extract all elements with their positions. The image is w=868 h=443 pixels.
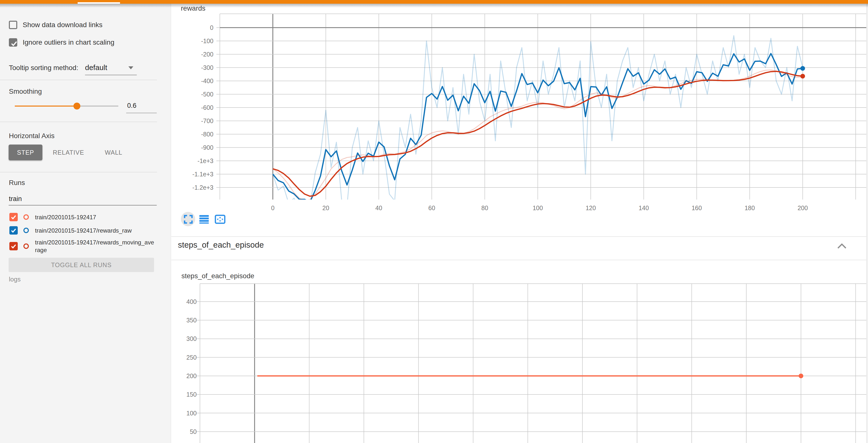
run-color-radio[interactable] <box>23 243 29 249</box>
svg-text:350: 350 <box>186 317 197 324</box>
run-label: train/20201015-192417 <box>35 213 155 221</box>
svg-text:-400: -400 <box>201 78 213 84</box>
svg-text:-500: -500 <box>201 91 213 98</box>
horizontal-axis-label: Horizontal Axis <box>9 132 55 140</box>
divider <box>0 172 157 172</box>
divider <box>0 122 157 122</box>
logs-footer-label: logs <box>9 275 21 283</box>
svg-text:160: 160 <box>691 205 702 211</box>
settings-sidebar: Show data download linksIgnore outliers … <box>0 4 171 443</box>
svg-text:300: 300 <box>186 335 197 342</box>
run-checkbox[interactable] <box>9 213 18 221</box>
run-row: train/20201015-192417/rewards_moving_ave… <box>9 238 155 254</box>
svg-text:-800: -800 <box>201 131 213 138</box>
checkbox[interactable] <box>9 38 17 47</box>
steps_of_each_episode-plot: 40035030025020015010050 <box>186 284 868 443</box>
checkbox[interactable] <box>9 21 17 29</box>
svg-text:140: 140 <box>639 205 649 211</box>
run-label: train/20201015-192417/rewards_moving_ave… <box>35 238 155 254</box>
run-label: train/20201015-192417/rewards_raw <box>35 227 155 234</box>
input-underline <box>126 113 157 113</box>
svg-text:-300: -300 <box>201 64 213 71</box>
svg-text:0: 0 <box>271 205 275 211</box>
option-label: Ignore outliers in chart scaling <box>23 38 114 47</box>
svg-text:400: 400 <box>186 298 197 305</box>
run-checkbox[interactable] <box>9 226 18 235</box>
svg-text:40: 40 <box>375 205 382 211</box>
toggle-all-runs-button[interactable]: TOGGLE ALL RUNS <box>9 258 154 272</box>
horizontal-axis-selector: STEPRELATIVEWALL <box>9 145 132 160</box>
dropdown-underline <box>85 75 137 75</box>
svg-text:0: 0 <box>210 24 213 31</box>
vertical-scrollbar[interactable] <box>866 4 868 443</box>
option-row: Ignore outliers in chart scaling <box>9 38 114 47</box>
input-underline <box>9 205 157 205</box>
app-header-bar <box>0 0 868 4</box>
active-tab-indicator <box>78 2 120 4</box>
run-color-radio[interactable] <box>23 228 29 233</box>
svg-text:100: 100 <box>186 410 197 417</box>
svg-text:80: 80 <box>481 205 488 211</box>
svg-text:120: 120 <box>586 205 596 211</box>
option-row: Show data download links <box>9 21 102 29</box>
chevron-down-icon <box>128 66 133 69</box>
haxis-option-wall[interactable]: WALL <box>94 145 132 160</box>
run-color-radio[interactable] <box>23 214 29 220</box>
svg-text:50: 50 <box>190 428 197 435</box>
svg-text:60: 60 <box>428 205 435 211</box>
svg-text:-900: -900 <box>201 144 213 151</box>
slider-fill <box>15 106 77 107</box>
slider-handle[interactable] <box>73 102 80 110</box>
svg-text:20: 20 <box>322 205 329 211</box>
run-filter-input[interactable]: train <box>9 194 157 205</box>
svg-text:150: 150 <box>186 391 197 398</box>
haxis-option-step[interactable]: STEP <box>9 145 42 160</box>
option-label: Show data download links <box>23 21 102 29</box>
divider <box>0 80 157 80</box>
svg-text:250: 250 <box>186 354 197 361</box>
run-row: train/20201015-192417 <box>9 211 155 223</box>
smoothing-value: 0.6 <box>126 102 157 110</box>
tooltip-sorting-label: Tooltip sorting method: <box>9 64 79 72</box>
smoothing-value-input[interactable]: 0.6 <box>126 102 157 110</box>
svg-text:-600: -600 <box>201 104 213 111</box>
svg-text:-1e+3: -1e+3 <box>197 157 213 164</box>
svg-text:200: 200 <box>186 373 197 379</box>
svg-text:180: 180 <box>745 205 755 211</box>
smoothing-label: Smoothing <box>9 88 42 95</box>
rewards-plot: 0-100-200-300-400-500-600-700-800-900-1e… <box>192 14 868 211</box>
tooltip-sorting-value: default <box>85 63 107 72</box>
svg-text:-1.1e+3: -1.1e+3 <box>192 171 214 178</box>
svg-text:-100: -100 <box>201 37 213 45</box>
haxis-option-relative[interactable]: RELATIVE <box>42 145 94 160</box>
svg-text:-1.2e+3: -1.2e+3 <box>192 184 214 191</box>
svg-text:200: 200 <box>798 205 808 211</box>
run-checkbox[interactable] <box>9 242 18 250</box>
smoothing-slider[interactable] <box>15 102 118 110</box>
run-row: train/20201015-192417/rewards_raw <box>9 224 155 237</box>
svg-text:100: 100 <box>533 205 543 211</box>
svg-text:-700: -700 <box>201 117 213 124</box>
svg-text:-200: -200 <box>201 51 213 58</box>
run-filter-value: train <box>9 195 22 203</box>
runs-label: Runs <box>9 179 25 187</box>
tooltip-sorting-dropdown[interactable]: default <box>85 63 137 74</box>
